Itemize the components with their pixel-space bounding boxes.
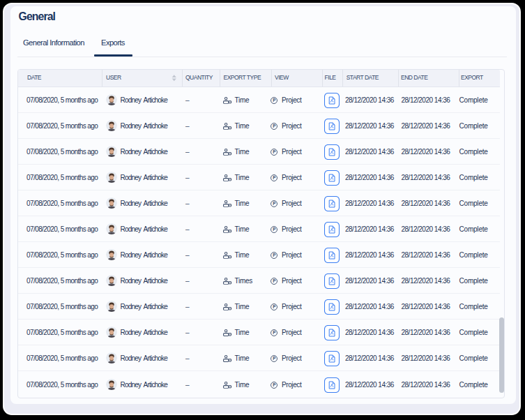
svg-text:P: P [273,201,276,206]
svg-text:P: P [273,149,276,154]
svg-text:P: P [273,227,276,232]
svg-text:P: P [273,278,276,283]
svg-text:P: P [273,331,276,336]
svg-text:P: P [273,253,276,257]
svg-text:P: P [273,175,276,180]
svg-text:P: P [273,357,276,361]
svg-text:P: P [273,304,276,309]
svg-text:P: P [273,382,276,387]
svg-text:P: P [273,123,276,128]
svg-text:P: P [273,98,276,103]
